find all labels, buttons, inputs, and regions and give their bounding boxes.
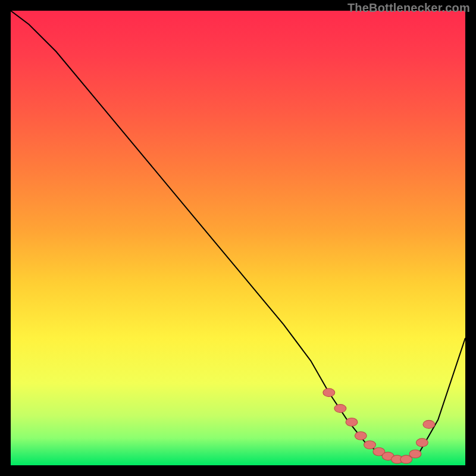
- plot-area: [11, 11, 465, 465]
- marker-dot: [334, 405, 346, 413]
- curve-layer: [11, 11, 465, 465]
- marker-dot: [416, 439, 428, 447]
- marker-dot: [346, 418, 358, 427]
- marker-dot: [323, 389, 335, 397]
- marker-dot: [364, 441, 376, 449]
- marker-dot: [423, 420, 435, 428]
- chart-frame: TheBottlenecker.com: [0, 0, 476, 476]
- bottleneck-curve: [11, 11, 465, 461]
- optimal-range-dots: [323, 389, 435, 464]
- marker-dot: [355, 431, 367, 440]
- marker-dot: [409, 450, 421, 458]
- watermark-text: TheBottlenecker.com: [347, 1, 470, 15]
